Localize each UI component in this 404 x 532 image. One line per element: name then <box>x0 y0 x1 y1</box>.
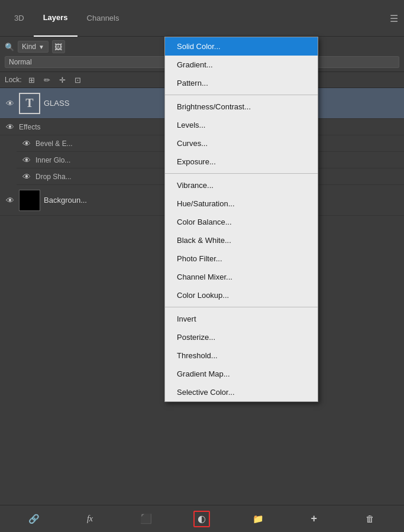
menu-item-selective-color[interactable]: Selective Color... <box>165 383 318 401</box>
menu-item-hue-saturation[interactable]: Hue/Saturation... <box>165 194 318 213</box>
menu-item-invert[interactable]: Invert <box>165 310 318 328</box>
tab-bar: 3D Layers Channels ☰ <box>0 0 404 37</box>
menu-item-exposure[interactable]: Exposure... <box>165 153 318 171</box>
fx-icon: fx <box>87 514 93 524</box>
menu-item-channel-mixer[interactable]: Channel Mixer... <box>165 268 318 286</box>
menu-item-curves[interactable]: Curves... <box>165 134 318 153</box>
lock-label: Lock: <box>5 76 22 84</box>
layer-name-glass: GLASS <box>44 99 69 108</box>
layer-thumb-background <box>19 190 40 211</box>
half-circle-icon: ◐ <box>198 513 206 524</box>
menu-separator-color-lookup <box>165 307 318 307</box>
search-icon: 🔍 <box>5 43 14 51</box>
menu-item-solid-color[interactable]: Solid Color... <box>165 37 318 56</box>
kind-label: Kind <box>22 43 36 51</box>
tab-channels[interactable]: Channels <box>77 0 129 37</box>
menu-separator-pattern <box>165 95 318 95</box>
inner-glow-label: Inner Glo... <box>35 156 70 164</box>
menu-item-brightness-contrast[interactable]: Brightness/Contrast... <box>165 98 318 116</box>
effects-label: Effects <box>19 123 40 131</box>
bevel-label: Bevel & E... <box>35 140 73 148</box>
new-group-button[interactable]: 📁 <box>250 511 266 527</box>
lock-artboard-icon[interactable]: ⊡ <box>73 74 83 85</box>
eye-bevel[interactable]: 👁 <box>21 138 32 149</box>
link-layers-button[interactable]: 🔗 <box>25 511 42 527</box>
menu-item-gradient-map[interactable]: Gradient Map... <box>165 365 318 383</box>
kind-dropdown[interactable]: Kind ▼ <box>18 41 49 53</box>
drop-shadow-label: Drop Sha... <box>35 173 72 181</box>
menu-item-posterize[interactable]: Posterize... <box>165 328 318 346</box>
menu-item-threshold[interactable]: Threshold... <box>165 346 318 365</box>
menu-item-levels[interactable]: Levels... <box>165 116 318 134</box>
folder-icon: 📁 <box>253 514 264 524</box>
adjustment-layer-button[interactable]: ◐ <box>193 511 210 527</box>
menu-item-color-balance[interactable]: Color Balance... <box>165 213 318 231</box>
menu-item-pattern[interactable]: Pattern... <box>165 74 318 92</box>
lock-move-icon[interactable]: ✛ <box>57 74 68 85</box>
layer-name-background: Backgroun... <box>44 196 87 205</box>
eye-background[interactable]: 👁 <box>5 195 15 206</box>
eye-effects[interactable]: 👁 <box>5 122 15 132</box>
delete-icon: 🗑 <box>366 514 374 524</box>
mask-icon: ⬛ <box>140 513 152 524</box>
tab-layers[interactable]: Layers <box>34 0 77 37</box>
layer-styles-button[interactable]: fx <box>82 511 98 527</box>
eye-drop-shadow[interactable]: 👁 <box>21 171 32 182</box>
menu-item-black-white[interactable]: Black & White... <box>165 231 318 249</box>
lock-transparent-icon[interactable]: ⊞ <box>27 74 37 85</box>
link-icon: 🔗 <box>28 514 40 524</box>
tab-3d[interactable]: 3D <box>5 0 34 37</box>
menu-item-photo-filter[interactable]: Photo Filter... <box>165 249 318 268</box>
menu-item-color-lookup[interactable]: Color Lookup... <box>165 286 318 304</box>
layer-thumb-glass: T <box>19 93 40 114</box>
menu-item-vibrance[interactable]: Vibrance... <box>165 176 318 194</box>
eye-inner-glow[interactable]: 👁 <box>21 155 32 166</box>
menu-item-gradient[interactable]: Gradient... <box>165 56 318 74</box>
add-layer-icon: + <box>311 512 318 525</box>
adjustment-layer-menu: Solid Color...Gradient...Pattern...Brigh… <box>164 37 318 402</box>
blend-mode-label: Normal <box>9 58 32 66</box>
new-layer-button[interactable]: + <box>306 511 322 527</box>
kind-dropdown-arrow: ▼ <box>38 44 44 50</box>
delete-layer-button[interactable]: 🗑 <box>362 511 379 527</box>
bottom-toolbar: 🔗 fx ⬛ ◐ 📁 + 🗑 <box>0 505 404 532</box>
eye-glass[interactable]: 👁 <box>5 98 15 109</box>
lock-paint-icon[interactable]: ✏ <box>42 74 53 85</box>
layer-mask-button[interactable]: ⬛ <box>138 511 154 527</box>
layer-filter-icon[interactable]: 🖼 <box>52 40 65 53</box>
panel-menu-icon[interactable]: ☰ <box>390 12 398 24</box>
menu-separator-exposure <box>165 173 318 174</box>
